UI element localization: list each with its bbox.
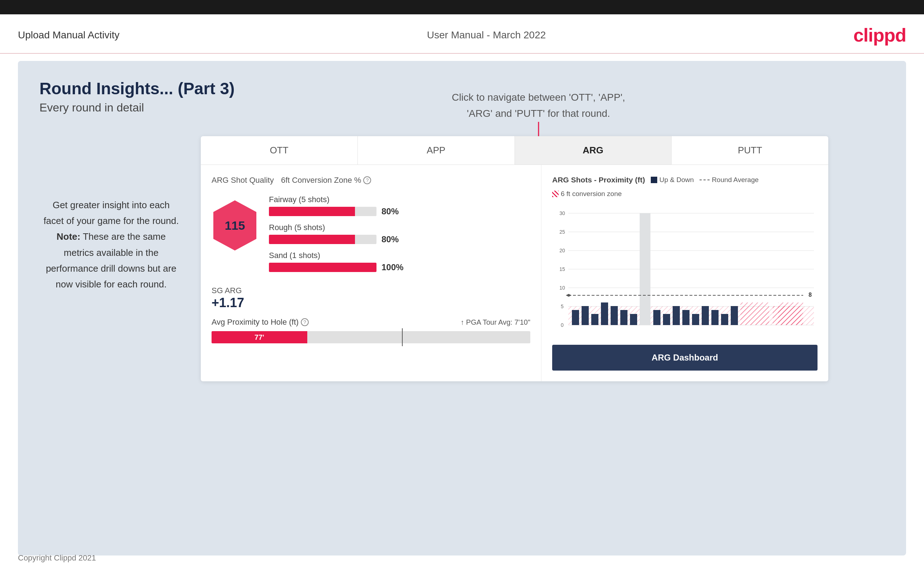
tab-arg[interactable]: ARG xyxy=(515,136,672,164)
panel-header: ARG Shot Quality 6ft Conversion Zone % ? xyxy=(212,176,530,185)
svg-rect-33 xyxy=(682,310,690,325)
legend-up-down: Up & Down xyxy=(651,176,694,184)
svg-text:5: 5 xyxy=(561,303,564,309)
shot-label-rough: Rough (5 shots) xyxy=(269,223,530,232)
bar-row-fairway: 80% xyxy=(269,206,530,216)
score-section: 115 Fairway (5 shots) 80% xyxy=(212,195,530,279)
bar-pct-rough: 80% xyxy=(381,234,403,244)
shot-label-fairway: Fairway (5 shots) xyxy=(269,195,530,204)
bar-row-rough: 80% xyxy=(269,234,530,244)
svg-text:8: 8 xyxy=(809,292,812,298)
chart-area: 0 5 10 15 20 25 30 xyxy=(552,205,817,334)
legend-dashed-icon xyxy=(699,180,709,180)
svg-rect-23 xyxy=(591,314,598,325)
clippd-logo: clippd xyxy=(853,25,906,45)
hexagon-container: 115 xyxy=(212,198,258,252)
proximity-marker xyxy=(402,328,403,346)
logo-container: clippd xyxy=(853,24,906,46)
proximity-bar-fill: 77' xyxy=(212,331,307,343)
sg-value: +1.17 xyxy=(212,295,530,310)
shot-item-rough: Rough (5 shots) 80% xyxy=(269,223,530,244)
note-label: Note: xyxy=(57,231,80,242)
legend-round-avg: Round Average xyxy=(699,176,759,184)
document-title: User Manual - March 2022 xyxy=(427,29,546,41)
top-bar xyxy=(0,0,924,15)
svg-rect-36 xyxy=(711,310,719,325)
legend-hatched-icon xyxy=(552,191,559,197)
svg-rect-24 xyxy=(601,303,608,325)
bar-pct-fairway: 80% xyxy=(381,206,403,216)
bar-bg-fairway xyxy=(269,207,376,216)
svg-text:30: 30 xyxy=(559,210,565,216)
hexagon-score: 115 xyxy=(225,219,245,232)
bar-bg-rough xyxy=(269,235,376,244)
left-description: Get greater insight into each facet of y… xyxy=(43,197,179,292)
card-body: ARG Shot Quality 6ft Conversion Zone % ?… xyxy=(201,165,828,381)
proximity-label: Avg Proximity to Hole (ft) ? xyxy=(212,318,309,327)
svg-text:10: 10 xyxy=(559,285,565,291)
copyright-text: Copyright Clippd 2021 xyxy=(18,553,96,562)
tabs-row: OTT APP ARG PUTT xyxy=(201,136,828,165)
svg-rect-27 xyxy=(630,314,637,325)
panel-title: ARG Shot Quality xyxy=(212,176,274,185)
svg-rect-26 xyxy=(620,310,627,325)
dashboard-card: OTT APP ARG PUTT ARG Shot Quality 6ft Co… xyxy=(201,136,828,381)
proximity-chart: 0 5 10 15 20 25 30 xyxy=(552,205,817,334)
svg-rect-37 xyxy=(721,314,728,325)
legend-box-icon xyxy=(651,177,657,183)
svg-text:25: 25 xyxy=(559,229,565,235)
arg-dashboard-button[interactable]: ARG Dashboard xyxy=(552,345,817,371)
left-panel: ARG Shot Quality 6ft Conversion Zone % ?… xyxy=(201,165,541,381)
proximity-section: Avg Proximity to Hole (ft) ? ↑ PGA Tour … xyxy=(212,318,530,343)
svg-rect-35 xyxy=(702,306,709,325)
bar-bg-sand xyxy=(269,263,376,272)
svg-rect-41 xyxy=(778,303,803,325)
info-icon[interactable]: ? xyxy=(363,176,371,184)
sg-label: SG ARG xyxy=(212,286,530,295)
tab-putt[interactable]: PUTT xyxy=(672,136,828,164)
svg-marker-43 xyxy=(566,294,572,297)
svg-rect-38 xyxy=(731,306,738,325)
section-title: Round Insights... (Part 3) xyxy=(39,79,885,98)
right-panel: ARG Shots - Proximity (ft) Up & Down Rou… xyxy=(541,165,828,381)
upload-manual-label: Upload Manual Activity xyxy=(18,29,120,41)
sg-section: SG ARG +1.17 xyxy=(212,286,530,310)
svg-rect-39 xyxy=(740,303,769,325)
bar-fill-sand xyxy=(269,263,376,272)
svg-text:20: 20 xyxy=(559,248,565,253)
legend-conversion: 6 ft conversion zone xyxy=(552,190,622,198)
bar-fill-fairway xyxy=(269,207,355,216)
bar-fill-rough xyxy=(269,235,355,244)
proximity-info-icon[interactable]: ? xyxy=(301,318,309,326)
svg-rect-21 xyxy=(572,310,579,325)
section-subtitle: Every round in detail xyxy=(39,101,885,114)
tab-app[interactable]: APP xyxy=(358,136,515,164)
header: Upload Manual Activity User Manual - Mar… xyxy=(0,15,924,54)
bar-row-sand: 100% xyxy=(269,262,530,272)
svg-rect-30 xyxy=(653,310,661,325)
svg-text:0: 0 xyxy=(561,322,564,328)
description-line1: Get greater insight into each facet of y… xyxy=(44,200,179,226)
svg-rect-32 xyxy=(673,306,680,325)
footer: Copyright Clippd 2021 xyxy=(18,553,96,562)
svg-text:15: 15 xyxy=(559,266,565,272)
bar-pct-sand: 100% xyxy=(381,262,403,272)
proximity-header: Avg Proximity to Hole (ft) ? ↑ PGA Tour … xyxy=(212,318,530,327)
svg-rect-31 xyxy=(663,314,670,325)
shot-quality-list: Fairway (5 shots) 80% Rough (5 shots) xyxy=(269,195,530,279)
panel-subtitle: 6ft Conversion Zone % ? xyxy=(281,176,372,185)
svg-rect-25 xyxy=(611,306,618,325)
svg-rect-34 xyxy=(692,314,699,325)
svg-rect-29 xyxy=(640,213,650,325)
proximity-bar-bg: 77' xyxy=(212,331,530,343)
chart-title: ARG Shots - Proximity (ft) xyxy=(552,176,645,184)
tab-ott[interactable]: OTT xyxy=(201,136,358,164)
shot-item-fairway: Fairway (5 shots) 80% xyxy=(269,195,530,216)
pga-avg: ↑ PGA Tour Avg: 7'10" xyxy=(460,318,530,327)
chart-header: ARG Shots - Proximity (ft) Up & Down Rou… xyxy=(552,176,817,198)
shot-label-sand: Sand (1 shots) xyxy=(269,251,530,260)
svg-rect-22 xyxy=(582,306,589,325)
shot-item-sand: Sand (1 shots) 100% xyxy=(269,251,530,272)
